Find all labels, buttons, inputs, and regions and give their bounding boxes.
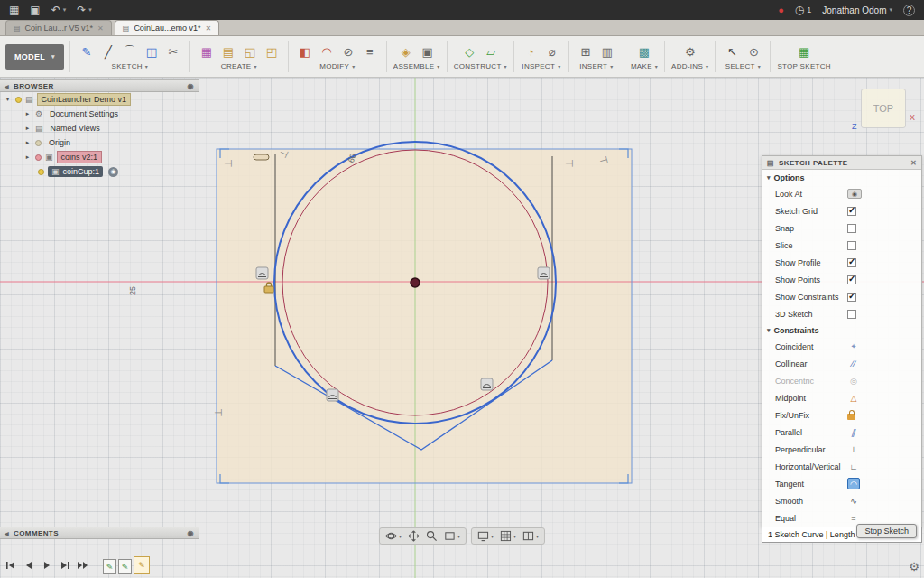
print-icon[interactable]: ▩ — [634, 42, 654, 61]
create-menu[interactable]: CREATE▾ — [221, 62, 257, 70]
show-constraints-checkbox[interactable] — [847, 293, 856, 302]
equal-icon[interactable]: = — [847, 512, 860, 524]
chevron-down-icon[interactable]: ▾ — [399, 533, 402, 539]
sketch-point-handle[interactable]: ⊤ — [223, 159, 234, 168]
browser-item-origin[interactable]: ▸ Origin — [0, 135, 199, 150]
orbit-button[interactable]: ▾ — [385, 530, 402, 542]
tangent-constraint-marker[interactable] — [481, 378, 493, 390]
tangent-constraint-marker[interactable] — [327, 389, 338, 401]
view-cube[interactable]: TOP Z X — [861, 89, 906, 128]
undo-button[interactable]: ↶▾ — [51, 5, 67, 15]
bulb-icon[interactable] — [38, 169, 44, 175]
constraint-smooth[interactable]: Smooth ∿ — [762, 492, 921, 509]
coin-slot[interactable] — [254, 154, 269, 160]
sketch-grid-checkbox[interactable] — [847, 207, 856, 216]
sketch-feature-icon[interactable]: ✎ — [103, 559, 116, 574]
save-icon[interactable]: ▣ — [30, 5, 40, 15]
redo-button[interactable]: ↷▾ — [77, 5, 92, 15]
browser-item-doc-settings[interactable]: ▸ ⚙ Document Settings — [0, 107, 199, 121]
palette-header[interactable]: ▤ SKETCH PALETTE ✕ — [762, 156, 921, 170]
window-select-icon[interactable]: ⊙ — [744, 42, 763, 61]
close-icon[interactable]: ✕ — [910, 159, 917, 167]
eye-icon[interactable]: ◉ — [108, 167, 118, 177]
option-3d-sketch[interactable]: 3D Sketch — [762, 305, 921, 322]
bulb-icon[interactable] — [35, 154, 42, 161]
smooth-icon[interactable]: ∿ — [847, 495, 860, 507]
constraint-parallel[interactable]: Parallel ∥ — [762, 424, 921, 441]
active-sketch-feature-icon[interactable]: ✎ — [134, 556, 150, 574]
item-label[interactable]: CoinLauncher Demo v1 — [37, 93, 132, 106]
constraint-tangent[interactable]: Tangent ◠ — [762, 475, 921, 492]
chevron-down-icon[interactable]: ▾ — [457, 533, 460, 539]
grid-settings-button[interactable]: ▾ — [500, 530, 516, 542]
pattern-icon[interactable]: ▦ — [197, 42, 217, 61]
new-component-icon[interactable]: ▣ — [418, 42, 438, 61]
constraint-horizontal-vertical[interactable]: Horizontal/Vertical ∟ — [762, 458, 921, 475]
center-point[interactable] — [411, 278, 420, 287]
arc-icon[interactable]: ⌒ — [120, 42, 140, 61]
plane-icon[interactable]: ◇ — [459, 42, 479, 61]
document-tab[interactable]: ▤ Coin Lau...r V5 v1* ✕ — [5, 20, 112, 35]
option-show-constraints[interactable]: Show Constraints — [762, 288, 921, 305]
timeline-step-back-button[interactable] — [22, 559, 36, 572]
3d-sketch-checkbox[interactable] — [847, 310, 856, 319]
shell-icon[interactable]: ⊘ — [338, 42, 358, 61]
construct-menu[interactable]: CONSTRUCT▾ — [454, 62, 507, 70]
chevron-down-icon[interactable]: ▾ — [536, 533, 539, 539]
browser-item-coincup[interactable]: ▣ coinCup:1 ◉ — [0, 164, 199, 179]
sketch-point-handle[interactable]: ⊤ — [564, 159, 575, 168]
option-show-profile[interactable]: Show Profile — [762, 254, 921, 271]
constraint-coincident[interactable]: Coincident ⌖ — [762, 338, 921, 355]
workspace-switcher[interactable]: MODEL ▾ — [5, 44, 64, 70]
option-slice[interactable]: Slice — [762, 237, 921, 254]
chevron-down-icon[interactable]: ▾ — [63, 6, 67, 14]
lock-icon[interactable] — [847, 414, 855, 420]
chevron-down-icon[interactable]: ▾ — [491, 533, 494, 539]
bulb-icon[interactable] — [35, 140, 42, 146]
sketch-menu[interactable]: SKETCH▾ — [112, 62, 149, 70]
viewports-button[interactable]: ▾ — [522, 530, 539, 542]
record-icon[interactable]: ● — [778, 5, 784, 15]
cursor-select-icon[interactable]: ↖ — [722, 42, 742, 61]
show-points-checkbox[interactable] — [847, 275, 856, 284]
browser-item-root[interactable]: ▾ ▤ CoinLauncher Demo v1 — [0, 92, 199, 107]
snap-checkbox[interactable] — [847, 224, 856, 233]
chevron-down-icon[interactable]: ▾ — [513, 533, 516, 539]
make-menu[interactable]: MAKE▾ — [631, 62, 658, 70]
item-label[interactable]: coinCup:1 — [63, 167, 100, 176]
decal-icon[interactable]: ▥ — [597, 42, 617, 61]
perpendicular-icon[interactable]: ⊥ — [847, 443, 860, 455]
close-icon[interactable]: ✕ — [205, 24, 211, 33]
slice-checkbox[interactable] — [847, 241, 856, 250]
horizontal-vertical-icon[interactable]: ∟ — [847, 461, 860, 472]
option-sketch-grid[interactable]: Sketch Grid — [762, 202, 921, 219]
collinear-icon[interactable]: // — [847, 358, 860, 369]
measure-icon[interactable]: ◔ — [521, 42, 541, 61]
fillet-icon[interactable]: ◠ — [317, 42, 337, 61]
expand-icon[interactable]: ▸ — [23, 154, 32, 161]
align-icon[interactable]: ≡ — [360, 42, 380, 61]
help-icon[interactable]: ? — [903, 5, 915, 16]
expand-icon[interactable]: ▾ — [4, 96, 12, 103]
modify-menu[interactable]: MODIFY▾ — [319, 62, 355, 70]
constraint-perpendicular[interactable]: Perpendicular ⊥ — [762, 441, 921, 458]
option-snap[interactable]: Snap — [762, 219, 921, 237]
bulb-icon[interactable] — [15, 97, 22, 103]
tangent-constraint-marker[interactable] — [538, 267, 550, 279]
option-show-points[interactable]: Show Points — [762, 271, 921, 288]
preferences-gear-icon[interactable]: ⚙ — [909, 560, 919, 573]
addins-menu[interactable]: ADD-INS▾ — [671, 62, 708, 70]
browser-item-named-views[interactable]: ▸ ▤ Named Views — [0, 121, 199, 135]
create-sketch-icon[interactable]: ✎ — [77, 42, 97, 61]
assemble-menu[interactable]: ASSEMBLE▾ — [393, 62, 440, 70]
analysis-icon[interactable]: ⌀ — [542, 42, 562, 61]
select-menu[interactable]: SELECT▾ — [725, 62, 761, 70]
coincident-icon[interactable]: ⌖ — [847, 340, 860, 352]
app-grid-icon[interactable]: ▦ — [9, 5, 19, 15]
tangent-icon[interactable]: ◠ — [847, 478, 860, 489]
parallel-icon[interactable]: ∥ — [847, 426, 860, 438]
browser-item-coins[interactable]: ▸ ▣ coins v2:1 — [0, 150, 199, 164]
panel-options-icon[interactable]: ◉ — [188, 529, 194, 537]
comments-header[interactable]: ◀ COMMENTS ◉ — [0, 527, 199, 539]
timeline-step-forward-button[interactable] — [58, 559, 72, 572]
